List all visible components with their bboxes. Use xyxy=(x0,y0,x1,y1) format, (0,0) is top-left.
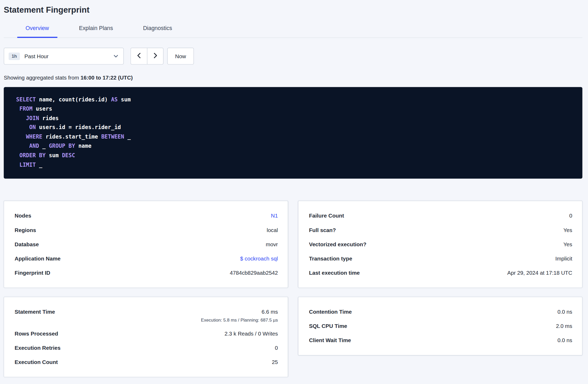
row-label: Statement Time xyxy=(15,308,61,316)
page-title: Statement Fingerprint xyxy=(4,5,582,15)
sql-keyword: SELECT xyxy=(16,96,36,102)
row-value: Implicit xyxy=(555,255,572,262)
row-value: 4784cb829aab2542 xyxy=(230,269,278,277)
row-value: 0 xyxy=(569,212,572,219)
card-row: SQL CPU Time 2.0 ms xyxy=(309,319,572,333)
row-label: Execution Count xyxy=(15,359,64,366)
row-value: 2.0 ms xyxy=(556,323,572,330)
sql-text xyxy=(16,106,19,112)
card-row: Transaction type Implicit xyxy=(309,252,572,266)
row-value: Apr 29, 2024 at 17:18 UTC xyxy=(507,269,572,277)
row-value: 0.0 ns xyxy=(557,337,572,344)
sql-keyword: AND xyxy=(29,143,39,149)
sql-keyword: AS xyxy=(111,96,118,102)
sql-keyword: BETWEEN xyxy=(101,134,124,140)
sql-statement-box: SELECT name, count(rides.id) AS sum FROM… xyxy=(4,87,582,179)
row-value: movr xyxy=(266,241,278,248)
row-value: local xyxy=(267,227,278,234)
sql-text: users xyxy=(32,106,52,112)
card-row: Rows Processed 2.3 k Reads / 0 Writes xyxy=(15,327,278,341)
sql-text xyxy=(16,162,19,168)
sql-text: name, count(rides.id) xyxy=(36,96,111,102)
now-button[interactable]: Now xyxy=(167,48,194,65)
sql-line: ORDER BY sum DESC xyxy=(16,151,575,160)
sql-line: JOIN rides xyxy=(16,114,575,123)
card-row: Last execution time Apr 29, 2024 at 17:1… xyxy=(309,266,572,280)
sql-line: LIMIT _ xyxy=(16,160,575,169)
tab[interactable]: Overview xyxy=(17,20,57,38)
time-interval-dropdown[interactable]: 1h Past Hour xyxy=(4,48,124,65)
card-row: Client Wait Time 0.0 ns xyxy=(309,333,572,348)
row-label: Client Wait Time xyxy=(309,337,357,344)
sql-code: SELECT name, count(rides.id) AS sum FROM… xyxy=(16,95,575,170)
caption-time-range: 16:00 to 17:22 (UTC) xyxy=(81,74,133,81)
row-value: 0.0 ns xyxy=(557,308,572,316)
sql-line: WHERE rides.start_time BETWEEN _ xyxy=(16,132,575,141)
card-row: Database movr xyxy=(15,237,278,252)
sql-keyword: ON xyxy=(29,124,36,130)
row-label: Full scan? xyxy=(309,227,342,234)
tab-label: Explain Plans xyxy=(79,25,113,31)
tab[interactable]: Diagnostics xyxy=(135,20,180,38)
sql-text: sum xyxy=(46,152,62,158)
sql-line: ON users.id = rides.rider_id xyxy=(16,123,575,132)
row-value: 0 xyxy=(275,344,278,352)
sql-text: rides.start_time xyxy=(42,134,101,140)
row-value: Yes xyxy=(563,227,572,234)
sql-text xyxy=(16,143,29,149)
row-value: 2.3 k Reads / 0 Writes xyxy=(225,330,278,337)
sql-keyword: LIMIT xyxy=(19,162,36,168)
card-row: Fingerprint ID 4784cb829aab2542 xyxy=(15,266,278,280)
row-label: Transaction type xyxy=(309,255,358,262)
card-row: Statement Time 6.6 ms Execution: 5.8 ms … xyxy=(15,305,278,327)
card-row: Vectorized execution? Yes xyxy=(309,237,572,252)
row-label: Database xyxy=(15,241,45,248)
previous-interval-button[interactable] xyxy=(131,48,147,65)
chevron-left-icon xyxy=(137,52,141,60)
sql-text: sum xyxy=(118,96,131,102)
aggregated-stats-caption: Showing aggregated stats from 16:00 to 1… xyxy=(4,74,582,81)
statement-fingerprint-page: Statement Fingerprint Overview Explain P… xyxy=(0,5,588,384)
sql-line: AND _ GROUP BY name xyxy=(16,141,575,151)
card-row: Contention Time 0.0 ns xyxy=(309,305,572,319)
card-row: Nodes N1 xyxy=(15,209,278,223)
time-controls: 1h Past Hour Now xyxy=(4,48,582,65)
sql-line: FROM users xyxy=(16,104,575,114)
row-value: 25 xyxy=(272,359,278,366)
row-value[interactable]: $ cockroach sql xyxy=(240,255,278,262)
card-row: Execution Count 25 xyxy=(15,355,278,369)
tab-label: Diagnostics xyxy=(143,25,172,31)
tab-bar: Overview Explain Plans Diagnostics xyxy=(4,20,582,38)
row-label: Regions xyxy=(15,227,42,234)
sql-text xyxy=(16,115,26,121)
card-contention-timing: Contention Time 0.0 ns SQL CPU Time 2.0 … xyxy=(298,297,582,356)
row-label: Last execution time xyxy=(309,269,366,277)
sql-text xyxy=(16,124,29,130)
stats-cards: Nodes N1 Regions local xyxy=(4,201,582,377)
sql-keyword: ORDER BY xyxy=(19,152,46,158)
sql-keyword: JOIN xyxy=(26,115,39,121)
sql-text: _ xyxy=(39,143,49,149)
row-label: Vectorized execution? xyxy=(309,241,372,248)
row-label: Nodes xyxy=(15,212,37,219)
row-label: Rows Processed xyxy=(15,330,64,337)
row-value: Yes xyxy=(563,241,572,248)
row-value[interactable]: N1 xyxy=(271,212,278,219)
sql-text: _ xyxy=(36,162,42,168)
sql-text xyxy=(16,134,26,140)
row-label: Failure Count xyxy=(309,212,350,219)
sql-keyword: FROM xyxy=(19,106,33,112)
sql-keyword: GROUP BY xyxy=(49,143,75,149)
next-interval-button[interactable] xyxy=(147,48,163,65)
row-label: SQL CPU Time xyxy=(309,323,353,330)
sql-text: users.id = rides.rider_id xyxy=(36,124,121,130)
row-subvalue: Execution: 5.8 ms / Planning: 687.5 µs xyxy=(201,317,278,323)
chevron-down-icon xyxy=(114,55,118,57)
caption-prefix: Showing aggregated stats from xyxy=(4,74,79,81)
sql-text: name xyxy=(75,143,91,149)
sql-line: SELECT name, count(rides.id) AS sum xyxy=(16,95,575,104)
interval-arrows xyxy=(131,48,163,65)
row-label: Contention Time xyxy=(309,308,358,316)
tab[interactable]: Explain Plans xyxy=(71,20,121,38)
interval-badge: 1h xyxy=(9,52,20,60)
